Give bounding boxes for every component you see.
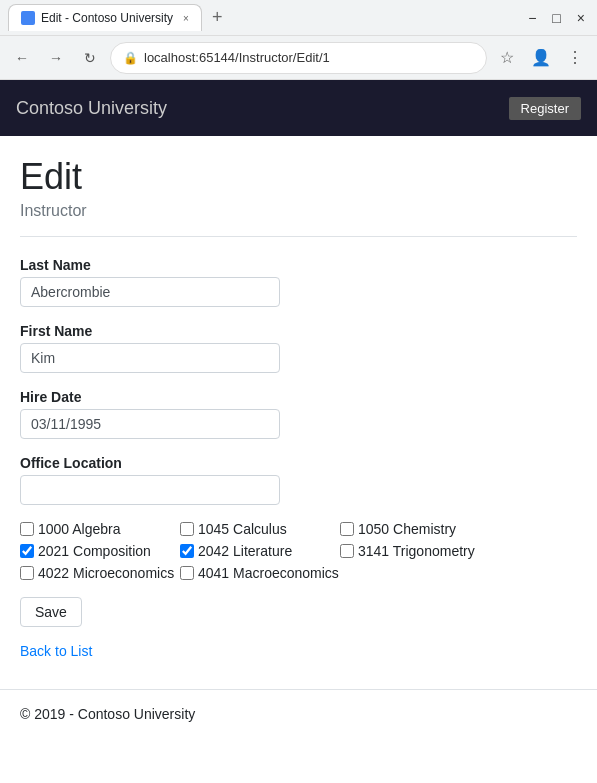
- page-footer: © 2019 - Contoso University: [0, 689, 597, 738]
- app-navbar: Contoso University Register: [0, 80, 597, 136]
- address-bar[interactable]: 🔒 localhost:65144/Instructor/Edit/1: [110, 42, 487, 74]
- course-label-2042: 2042 Literature: [198, 543, 292, 559]
- course-label-1000: 1000 Algebra: [38, 521, 121, 537]
- course-item: 4022 Microeconomics: [20, 565, 180, 581]
- course-label-1050: 1050 Chemistry: [358, 521, 456, 537]
- course-item: 4041 Macroeconomics: [180, 565, 340, 581]
- last-name-label: Last Name: [20, 257, 577, 273]
- course-checkbox-2042[interactable]: [180, 544, 194, 558]
- page-subtitle: Instructor: [20, 202, 577, 220]
- hire-date-group: Hire Date: [20, 389, 577, 439]
- office-location-input[interactable]: [20, 475, 280, 505]
- active-tab[interactable]: Edit - Contoso University ×: [8, 4, 202, 31]
- last-name-group: Last Name: [20, 257, 577, 307]
- bookmark-icon[interactable]: ☆: [493, 44, 521, 72]
- courses-grid: 1000 Algebra1045 Calculus1050 Chemistry2…: [20, 521, 577, 581]
- course-item: 2042 Literature: [180, 543, 340, 559]
- hire-date-input[interactable]: [20, 409, 280, 439]
- course-checkbox-4041[interactable]: [180, 566, 194, 580]
- office-location-group: Office Location: [20, 455, 577, 505]
- browser-menu-icon[interactable]: ⋮: [561, 44, 589, 72]
- lock-icon: 🔒: [123, 51, 138, 65]
- tab-title: Edit - Contoso University: [41, 11, 173, 25]
- course-item: 1045 Calculus: [180, 521, 340, 537]
- app-brand: Contoso University: [16, 98, 167, 119]
- profile-icon[interactable]: 👤: [527, 44, 555, 72]
- divider: [20, 236, 577, 237]
- tab-close-icon[interactable]: ×: [183, 13, 189, 24]
- footer-text: © 2019 - Contoso University: [20, 706, 195, 722]
- new-tab-button[interactable]: +: [206, 5, 229, 30]
- course-checkbox-1050[interactable]: [340, 522, 354, 536]
- course-item: 2021 Composition: [20, 543, 180, 559]
- course-item: 1050 Chemistry: [340, 521, 500, 537]
- browser-toolbar: ← → ↻ 🔒 localhost:65144/Instructor/Edit/…: [0, 36, 597, 80]
- page-content: Edit Instructor Last Name First Name Hir…: [0, 136, 597, 679]
- first-name-group: First Name: [20, 323, 577, 373]
- course-item: 1000 Algebra: [20, 521, 180, 537]
- address-text: localhost:65144/Instructor/Edit/1: [144, 50, 474, 65]
- course-label-2021: 2021 Composition: [38, 543, 151, 559]
- close-button[interactable]: ×: [573, 8, 589, 28]
- first-name-input[interactable]: [20, 343, 280, 373]
- maximize-button[interactable]: □: [548, 8, 564, 28]
- tab-favicon: [21, 11, 35, 25]
- forward-button[interactable]: →: [42, 44, 70, 72]
- course-checkbox-1045[interactable]: [180, 522, 194, 536]
- course-label-4022: 4022 Microeconomics: [38, 565, 174, 581]
- course-checkbox-3141[interactable]: [340, 544, 354, 558]
- refresh-button[interactable]: ↻: [76, 44, 104, 72]
- course-checkbox-1000[interactable]: [20, 522, 34, 536]
- first-name-label: First Name: [20, 323, 577, 339]
- course-checkbox-2021[interactable]: [20, 544, 34, 558]
- page-title: Edit: [20, 156, 577, 198]
- save-button[interactable]: Save: [20, 597, 82, 627]
- minimize-button[interactable]: −: [524, 8, 540, 28]
- tab-area: Edit - Contoso University × +: [8, 4, 520, 31]
- course-checkbox-4022[interactable]: [20, 566, 34, 580]
- office-location-label: Office Location: [20, 455, 577, 471]
- course-item: 3141 Trigonometry: [340, 543, 500, 559]
- hire-date-label: Hire Date: [20, 389, 577, 405]
- back-button[interactable]: ←: [8, 44, 36, 72]
- course-label-3141: 3141 Trigonometry: [358, 543, 475, 559]
- window-controls: − □ ×: [524, 8, 589, 28]
- last-name-input[interactable]: [20, 277, 280, 307]
- browser-titlebar: Edit - Contoso University × + − □ ×: [0, 0, 597, 36]
- course-label-1045: 1045 Calculus: [198, 521, 287, 537]
- course-label-4041: 4041 Macroeconomics: [198, 565, 339, 581]
- back-to-list-link[interactable]: Back to List: [20, 643, 92, 659]
- register-button[interactable]: Register: [509, 97, 581, 120]
